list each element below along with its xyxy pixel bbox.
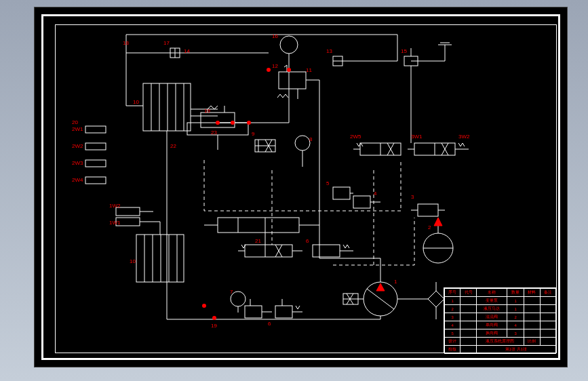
label-21: 21 xyxy=(255,238,261,244)
label-23: 23 xyxy=(211,129,217,136)
label-20: 20 xyxy=(72,119,78,125)
label-2w4: 2W4 xyxy=(72,177,83,183)
label-5: 5 xyxy=(326,180,329,186)
svg-point-33 xyxy=(216,121,220,125)
label-3w1: 3W1 xyxy=(411,134,422,140)
label-2w5: 2W5 xyxy=(350,134,361,140)
svg-rect-28 xyxy=(275,306,292,318)
label-19: 19 xyxy=(204,108,210,114)
label-12: 12 xyxy=(272,63,278,69)
svg-rect-27 xyxy=(245,306,262,318)
svg-rect-31 xyxy=(85,160,106,167)
svg-point-1 xyxy=(280,36,298,54)
title-block-table: 序号代号名称数量材料备注 1变量泵1 2液压马达1 3溢流阀2 4单向阀4 5换… xyxy=(444,288,556,354)
label-7: 7 xyxy=(230,289,233,295)
label-2w3: 2W3 xyxy=(72,160,83,166)
svg-rect-30 xyxy=(85,143,106,150)
svg-rect-29 xyxy=(85,126,106,133)
label-4: 4 xyxy=(374,190,376,197)
label-1w2: 1W2 xyxy=(109,203,120,209)
svg-point-36 xyxy=(267,68,271,72)
cad-frame: 18 17 14 16 13 15 11 12 10 20 2W1 2W2 2W… xyxy=(34,7,568,367)
svg-point-38 xyxy=(202,304,206,308)
label-3: 3 xyxy=(411,194,414,200)
label-1w1: 1W1 xyxy=(109,220,120,226)
svg-point-9 xyxy=(295,136,310,151)
svg-rect-20 xyxy=(418,204,438,216)
svg-rect-18 xyxy=(333,187,350,199)
label-8: 8 xyxy=(309,136,312,142)
label-17: 17 xyxy=(163,40,170,46)
label-6b: 6 xyxy=(268,321,271,327)
svg-rect-4 xyxy=(279,72,306,89)
svg-rect-6 xyxy=(201,113,235,127)
svg-rect-19 xyxy=(353,196,370,208)
svg-rect-17 xyxy=(313,245,340,257)
svg-marker-22 xyxy=(434,218,442,226)
label-16: 16 xyxy=(272,33,278,39)
label-2: 2 xyxy=(428,224,431,230)
title-block: 序号代号名称数量材料备注 1变量泵1 2液压马达1 3溢流阀2 4单向阀4 5换… xyxy=(444,287,557,353)
label-2w2: 2W2 xyxy=(72,143,83,149)
label-6: 6 xyxy=(306,238,309,244)
label-9: 9 xyxy=(252,131,254,137)
label-13: 13 xyxy=(326,48,332,54)
svg-point-34 xyxy=(231,121,235,125)
svg-rect-16 xyxy=(245,245,292,257)
label-2w1: 2W1 xyxy=(72,126,83,132)
svg-point-39 xyxy=(212,316,216,320)
svg-rect-32 xyxy=(85,177,106,184)
label-22: 22 xyxy=(170,143,176,149)
label-11: 11 xyxy=(306,67,312,73)
label-10: 10 xyxy=(133,99,139,105)
svg-point-35 xyxy=(247,121,251,125)
label-10b: 10 xyxy=(130,258,136,264)
label-19b: 19 xyxy=(211,323,217,329)
svg-point-37 xyxy=(287,68,291,72)
label-18: 18 xyxy=(123,40,129,46)
label-15: 15 xyxy=(401,48,407,54)
label-14: 14 xyxy=(184,48,190,54)
label-1: 1 xyxy=(394,279,397,285)
svg-marker-24 xyxy=(376,283,385,291)
label-3w2: 3W2 xyxy=(458,134,469,140)
svg-rect-15 xyxy=(218,218,299,233)
